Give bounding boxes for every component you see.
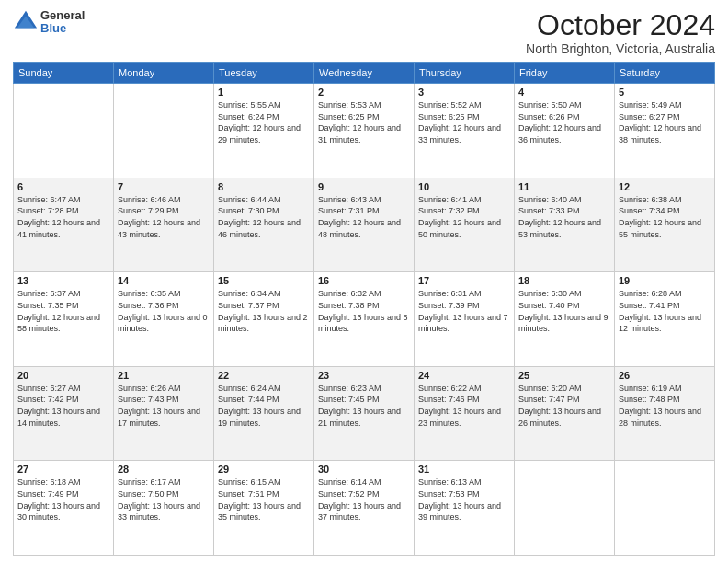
day-info: Sunrise: 6:32 AM Sunset: 7:38 PM Dayligh… [318,288,410,334]
calendar-cell: 18Sunrise: 6:30 AM Sunset: 7:40 PM Dayli… [515,272,615,367]
day-number: 3 [418,86,510,98]
day-info: Sunrise: 5:55 AM Sunset: 6:24 PM Dayligh… [218,99,310,145]
day-number: 4 [518,86,610,98]
day-header-friday: Friday [515,63,615,84]
day-number: 9 [318,181,410,192]
week-row-5: 27Sunrise: 6:18 AM Sunset: 7:49 PM Dayli… [14,461,715,556]
day-number: 2 [318,86,410,98]
day-info: Sunrise: 6:46 AM Sunset: 7:29 PM Dayligh… [118,194,210,240]
day-info: Sunrise: 6:14 AM Sunset: 7:52 PM Dayligh… [318,477,410,523]
calendar-cell: 16Sunrise: 6:32 AM Sunset: 7:38 PM Dayli… [314,272,415,367]
day-number: 16 [318,275,410,286]
week-row-3: 13Sunrise: 6:37 AM Sunset: 7:35 PM Dayli… [14,272,715,367]
week-row-2: 6Sunrise: 6:47 AM Sunset: 7:28 PM Daylig… [14,178,715,272]
day-number: 12 [619,181,711,192]
calendar-cell: 12Sunrise: 6:38 AM Sunset: 7:34 PM Dayli… [615,178,715,272]
logo-general: General [40,9,85,22]
day-info: Sunrise: 5:50 AM Sunset: 6:26 PM Dayligh… [518,99,610,145]
day-info: Sunrise: 6:37 AM Sunset: 7:35 PM Dayligh… [17,288,109,334]
calendar-cell: 22Sunrise: 6:24 AM Sunset: 7:44 PM Dayli… [214,366,314,461]
calendar-cell: 15Sunrise: 6:34 AM Sunset: 7:37 PM Dayli… [214,272,314,367]
calendar-cell: 5Sunrise: 5:49 AM Sunset: 6:27 PM Daylig… [615,84,715,178]
title-location: North Brighton, Victoria, Australia [526,41,715,56]
day-number: 23 [318,370,410,381]
calendar-table: SundayMondayTuesdayWednesdayThursdayFrid… [13,62,715,556]
day-info: Sunrise: 6:15 AM Sunset: 7:51 PM Dayligh… [218,477,310,523]
day-info: Sunrise: 6:24 AM Sunset: 7:44 PM Dayligh… [218,383,310,429]
day-header-saturday: Saturday [615,63,715,84]
page: General Blue October 2024 North Brighton… [0,0,728,563]
week-row-1: 1Sunrise: 5:55 AM Sunset: 6:24 PM Daylig… [14,84,715,178]
logo: General Blue [13,9,85,36]
day-number: 25 [518,370,610,381]
calendar-cell [515,461,615,556]
day-number: 26 [619,370,711,381]
calendar-cell: 29Sunrise: 6:15 AM Sunset: 7:51 PM Dayli… [214,461,314,556]
day-number: 20 [17,370,109,381]
logo-icon [13,9,39,35]
day-number: 28 [118,464,210,475]
day-number: 5 [619,86,711,98]
day-number: 14 [118,275,210,286]
calendar-cell: 2Sunrise: 5:53 AM Sunset: 6:25 PM Daylig… [314,84,415,178]
day-info: Sunrise: 6:43 AM Sunset: 7:31 PM Dayligh… [318,194,410,240]
day-header-thursday: Thursday [415,63,515,84]
calendar-cell: 10Sunrise: 6:41 AM Sunset: 7:32 PM Dayli… [415,178,515,272]
calendar-cell: 4Sunrise: 5:50 AM Sunset: 6:26 PM Daylig… [515,84,615,178]
day-number: 18 [518,275,610,286]
day-info: Sunrise: 5:52 AM Sunset: 6:25 PM Dayligh… [418,99,510,145]
calendar-cell: 7Sunrise: 6:46 AM Sunset: 7:29 PM Daylig… [114,178,214,272]
day-info: Sunrise: 6:23 AM Sunset: 7:45 PM Dayligh… [318,383,410,429]
day-number: 10 [418,181,510,192]
day-info: Sunrise: 6:30 AM Sunset: 7:40 PM Dayligh… [518,288,610,334]
week-row-4: 20Sunrise: 6:27 AM Sunset: 7:42 PM Dayli… [14,366,715,461]
calendar-cell: 31Sunrise: 6:13 AM Sunset: 7:53 PM Dayli… [415,461,515,556]
day-header-wednesday: Wednesday [314,63,415,84]
calendar-cell: 30Sunrise: 6:14 AM Sunset: 7:52 PM Dayli… [314,461,415,556]
calendar-cell: 20Sunrise: 6:27 AM Sunset: 7:42 PM Dayli… [14,366,114,461]
day-number: 31 [418,464,510,475]
calendar-cell: 19Sunrise: 6:28 AM Sunset: 7:41 PM Dayli… [615,272,715,367]
calendar-cell: 6Sunrise: 6:47 AM Sunset: 7:28 PM Daylig… [14,178,114,272]
day-number: 22 [218,370,310,381]
day-info: Sunrise: 6:19 AM Sunset: 7:48 PM Dayligh… [619,383,711,429]
day-header-monday: Monday [114,63,214,84]
day-header-tuesday: Tuesday [214,63,314,84]
calendar-cell: 11Sunrise: 6:40 AM Sunset: 7:33 PM Dayli… [515,178,615,272]
title-month: October 2024 [526,9,715,41]
day-number: 24 [418,370,510,381]
day-number: 27 [17,464,109,475]
day-number: 13 [17,275,109,286]
calendar-cell: 21Sunrise: 6:26 AM Sunset: 7:43 PM Dayli… [114,366,214,461]
calendar-cell: 1Sunrise: 5:55 AM Sunset: 6:24 PM Daylig… [214,84,314,178]
day-info: Sunrise: 6:31 AM Sunset: 7:39 PM Dayligh… [418,288,510,334]
calendar-cell: 17Sunrise: 6:31 AM Sunset: 7:39 PM Dayli… [415,272,515,367]
calendar-cell: 27Sunrise: 6:18 AM Sunset: 7:49 PM Dayli… [14,461,114,556]
calendar-cell: 25Sunrise: 6:20 AM Sunset: 7:47 PM Dayli… [515,366,615,461]
day-info: Sunrise: 6:18 AM Sunset: 7:49 PM Dayligh… [17,477,109,523]
day-header-sunday: Sunday [14,63,114,84]
day-info: Sunrise: 6:28 AM Sunset: 7:41 PM Dayligh… [619,288,711,334]
day-info: Sunrise: 6:22 AM Sunset: 7:46 PM Dayligh… [418,383,510,429]
calendar-cell: 24Sunrise: 6:22 AM Sunset: 7:46 PM Dayli… [415,366,515,461]
day-number: 21 [118,370,210,381]
day-info: Sunrise: 6:47 AM Sunset: 7:28 PM Dayligh… [17,194,109,240]
calendar-cell: 13Sunrise: 6:37 AM Sunset: 7:35 PM Dayli… [14,272,114,367]
day-number: 7 [118,181,210,192]
day-info: Sunrise: 6:27 AM Sunset: 7:42 PM Dayligh… [17,383,109,429]
calendar-cell [14,84,114,178]
day-info: Sunrise: 6:26 AM Sunset: 7:43 PM Dayligh… [118,383,210,429]
day-number: 30 [318,464,410,475]
day-number: 1 [218,86,310,98]
day-number: 19 [619,275,711,286]
logo-blue: Blue [40,22,85,35]
calendar-cell [615,461,715,556]
day-info: Sunrise: 6:17 AM Sunset: 7:50 PM Dayligh… [118,477,210,523]
day-number: 11 [518,181,610,192]
day-number: 15 [218,275,310,286]
calendar-cell: 8Sunrise: 6:44 AM Sunset: 7:30 PM Daylig… [214,178,314,272]
day-info: Sunrise: 6:35 AM Sunset: 7:36 PM Dayligh… [118,288,210,334]
calendar-cell: 9Sunrise: 6:43 AM Sunset: 7:31 PM Daylig… [314,178,415,272]
day-info: Sunrise: 5:53 AM Sunset: 6:25 PM Dayligh… [318,99,410,145]
day-info: Sunrise: 6:44 AM Sunset: 7:30 PM Dayligh… [218,194,310,240]
